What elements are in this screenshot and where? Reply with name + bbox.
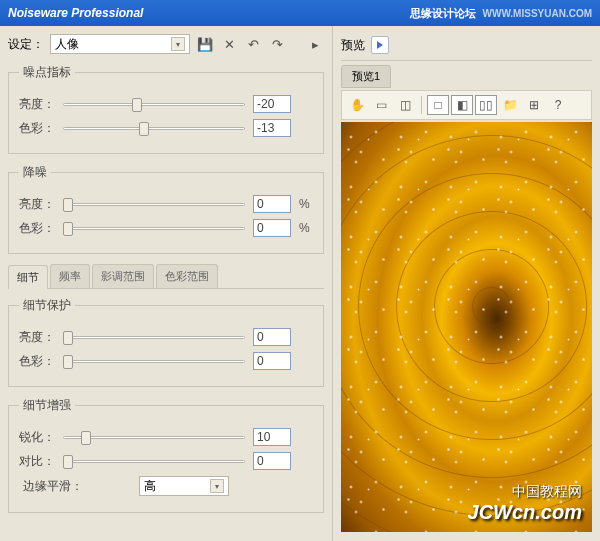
view-split-h-icon[interactable]: ◧: [451, 95, 473, 115]
preview-label: 预览: [341, 37, 365, 54]
dn-color-slider[interactable]: [63, 219, 245, 237]
tab-color-range[interactable]: 色彩范围: [156, 264, 218, 288]
settings-icon[interactable]: ⊞: [523, 95, 545, 115]
denoise-group: 降噪 亮度： 0 % 色彩： 0 %: [8, 164, 324, 254]
detail-protect-group: 细节保护 亮度： 0 色彩： 0: [8, 297, 324, 387]
preview-toolbar: ✋ ▭ ◫ □ ◧ ▯▯ 📁 ⊞ ?: [341, 90, 592, 120]
dp-brightness-value[interactable]: 0: [253, 328, 291, 346]
de-sharpen-value[interactable]: 10: [253, 428, 291, 446]
detail-tabs: 细节 频率 影调范围 色彩范围: [8, 264, 324, 289]
play-icon: [377, 41, 383, 49]
dn-color-value[interactable]: 0: [253, 219, 291, 237]
tab-freq[interactable]: 频率: [50, 264, 90, 288]
chevron-down-icon: ▾: [171, 37, 185, 51]
undo-icon[interactable]: ↶: [244, 35, 262, 53]
dp-brightness-slider[interactable]: [63, 328, 245, 346]
marquee-icon[interactable]: ▭: [370, 95, 392, 115]
left-panel: 设定： 人像 ▾ 💾 ✕ ↶ ↷ ▸ 噪点指标 亮度： -20 色彩： -13: [0, 26, 332, 541]
de-sharpen-slider[interactable]: [63, 428, 245, 446]
hand-tool-icon[interactable]: ✋: [346, 95, 368, 115]
delete-icon[interactable]: ✕: [220, 35, 238, 53]
view-single-icon[interactable]: □: [427, 95, 449, 115]
preview-image[interactable]: 中国教程网 JCWcn.com: [341, 122, 592, 532]
color-label: 色彩：: [19, 120, 55, 137]
noise-index-group: 噪点指标 亮度： -20 色彩： -13: [8, 64, 324, 154]
ni-brightness-slider[interactable]: [63, 95, 245, 113]
ni-color-slider[interactable]: [63, 119, 245, 137]
de-contrast-slider[interactable]: [63, 452, 245, 470]
ni-color-value[interactable]: -13: [253, 119, 291, 137]
titlebar: Noiseware Professional 思缘设计论坛 WWW.MISSYU…: [0, 0, 600, 26]
app-title: Noiseware Professional: [8, 6, 143, 20]
edge-smooth-dropdown[interactable]: 高 ▾: [139, 476, 229, 496]
detail-enhance-group: 细节增强 锐化： 10 对比： 0 边缘平滑： 高 ▾: [8, 397, 324, 513]
settings-label: 设定：: [8, 36, 44, 53]
view-split-v-icon[interactable]: ▯▯: [475, 95, 497, 115]
preview-play-button[interactable]: [371, 36, 389, 54]
right-panel: 预览 预览1 ✋ ▭ ◫ □ ◧ ▯▯ 📁 ⊞ ? 中国教程网 JCWcn.co…: [332, 26, 600, 541]
folder-icon[interactable]: 📁: [499, 95, 521, 115]
dn-brightness-slider[interactable]: [63, 195, 245, 213]
dp-color-value[interactable]: 0: [253, 352, 291, 370]
crop-icon[interactable]: ◫: [394, 95, 416, 115]
save-icon[interactable]: 💾: [196, 35, 214, 53]
watermark: 中国教程网 JCWcn.com: [468, 483, 582, 524]
preset-dropdown[interactable]: 人像 ▾: [50, 34, 190, 54]
preview-tab-1[interactable]: 预览1: [341, 65, 391, 88]
tab-tone[interactable]: 影调范围: [92, 264, 154, 288]
brightness-label: 亮度：: [19, 96, 55, 113]
de-contrast-value[interactable]: 0: [253, 452, 291, 470]
help-icon[interactable]: ?: [547, 95, 569, 115]
redo-icon[interactable]: ↷: [268, 35, 286, 53]
ni-brightness-value[interactable]: -20: [253, 95, 291, 113]
dn-brightness-value[interactable]: 0: [253, 195, 291, 213]
chevron-down-icon: ▾: [210, 479, 224, 493]
dp-color-slider[interactable]: [63, 352, 245, 370]
titlebar-right: 思缘设计论坛 WWW.MISSYUAN.COM: [410, 6, 593, 21]
tab-detail[interactable]: 细节: [8, 265, 48, 289]
menu-icon[interactable]: ▸: [306, 35, 324, 53]
